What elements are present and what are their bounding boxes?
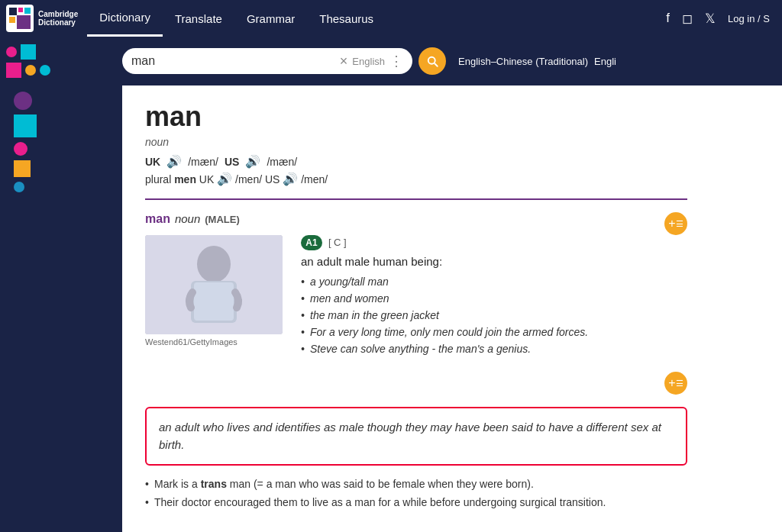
example-1: a young/tall man [301, 276, 687, 288]
search-input[interactable] [131, 54, 335, 68]
deco-sq-cyan [21, 44, 36, 60]
plural-us-label: US [265, 173, 280, 185]
nav-grammar[interactable]: Grammar [234, 0, 307, 37]
nav-links: Dictionary Translate Grammar Thesaurus [87, 0, 386, 37]
word-title: man [145, 101, 687, 133]
image-box [145, 235, 283, 334]
logo-line2: Dictionary [38, 18, 78, 27]
uk-pron: /mæn/ [188, 156, 218, 168]
sense1-word: man [145, 212, 170, 226]
us-speaker-icon[interactable]: 🔊 [245, 154, 260, 169]
more-options-icon[interactable]: ⋮ [389, 53, 403, 69]
deco-sq-pink [6, 63, 21, 78]
twitter-icon[interactable]: 𝕏 [705, 11, 716, 27]
main-nav: Cambridge Dictionary Dictionary Translat… [0, 0, 782, 37]
plural-uk-speaker-icon[interactable]: 🔊 [217, 172, 232, 185]
plural-us-speaker-icon[interactable]: 🔊 [283, 172, 298, 185]
extra-ex1-before: Mark is a [154, 478, 201, 490]
plural-line: plural men UK 🔊 /men/ US 🔊 /men/ [145, 172, 687, 186]
example-3: the man in the green jacket [301, 309, 687, 321]
uk-speaker-icon[interactable]: 🔊 [166, 154, 182, 169]
search-box: × English ⋮ [122, 48, 412, 74]
deco-purple-dot [14, 92, 32, 110]
sense1-pos: noun [175, 212, 200, 225]
us-label: US [225, 156, 239, 168]
word-pos: noun [145, 136, 687, 148]
deco-dot-pink [6, 47, 17, 57]
login-button[interactable]: Log in / S [728, 13, 770, 24]
logo-line1: Cambridge [38, 10, 78, 18]
definition-text: an adult male human being: [301, 255, 687, 268]
deco-dot-orange [25, 65, 36, 76]
svg-rect-4 [9, 17, 15, 23]
extra-ex1-after: man (= a man who was said to be female w… [227, 478, 534, 490]
section-divider [145, 198, 687, 200]
plural-us-pron: /men/ [301, 173, 328, 185]
plural-label: plural [145, 173, 171, 185]
deco-orange-sq [14, 160, 31, 177]
example-2: men and women [301, 292, 687, 305]
search-button[interactable] [418, 47, 446, 75]
definition-image: Westend61/GettyImages [145, 235, 283, 360]
pronunciation-uk: UK 🔊 /mæn/ US 🔊 /mæn/ [145, 154, 687, 169]
extra-examples-list: Mark is a trans man (= a man who was sai… [145, 478, 687, 508]
uk-label: UK [145, 156, 160, 168]
sense1-label: (MALE) [205, 214, 240, 225]
highlighted-definition: an adult who lives and identifies as mal… [145, 407, 687, 466]
deco-cyan-sq [14, 114, 37, 137]
left-sidebar [0, 85, 8, 532]
main-content: man noun UK 🔊 /mæn/ US 🔊 /mæn/ plural me… [122, 85, 718, 532]
us-pron: /mæn/ [267, 156, 297, 168]
sense1-header: man noun (MALE) [145, 212, 240, 226]
lang-display: English [352, 56, 385, 67]
nav-translate[interactable]: Translate [163, 0, 234, 37]
svg-point-7 [197, 246, 231, 282]
plural-word: men [174, 173, 196, 185]
svg-rect-5 [17, 15, 31, 29]
examples-list: a young/tall man men and women the man i… [301, 276, 687, 355]
nav-thesaurus[interactable]: Thesaurus [307, 0, 386, 37]
add-to-list-button-1[interactable]: + ☰ [664, 212, 687, 235]
facebook-icon[interactable]: f [666, 11, 670, 26]
instagram-icon[interactable]: ◻ [682, 11, 693, 27]
left-deco-area [8, 85, 122, 532]
definition-section-1: Westend61/GettyImages A1 [ C ] an adult … [145, 235, 687, 360]
svg-rect-2 [18, 8, 23, 12]
svg-rect-9 [194, 282, 234, 321]
svg-rect-3 [24, 8, 31, 14]
social-icons: f ◻ 𝕏 Log in / S [666, 11, 782, 27]
add-to-list-button-2[interactable]: + ☰ [664, 372, 687, 395]
plural-uk-label: UK [199, 173, 214, 185]
page-body: man noun UK 🔊 /mæn/ US 🔊 /mæn/ plural me… [0, 85, 782, 532]
image-caption: Westend61/GettyImages [145, 337, 283, 347]
extra-ex2-text: Their doctor encouraged them to live as … [154, 496, 606, 508]
clear-icon[interactable]: × [340, 53, 348, 69]
extra-ex1-bold: trans [201, 478, 227, 490]
plural-uk-pron: /men/ [235, 173, 262, 185]
deco-pink-dot [14, 142, 27, 156]
extra-example-1: Mark is a trans man (= a man who was sai… [145, 478, 687, 490]
deco-blue-dot [14, 182, 24, 192]
svg-rect-1 [9, 8, 17, 15]
level-badge: A1 [301, 235, 322, 250]
deco-dot-cyan2 [40, 65, 50, 76]
nav-dictionary[interactable]: Dictionary [87, 0, 163, 37]
extra-example-2: Their doctor encouraged them to live as … [145, 496, 687, 508]
logo[interactable]: Cambridge Dictionary [6, 5, 78, 32]
logo-box [6, 5, 34, 32]
dict-selector[interactable]: English–Chinese (Traditional) [458, 56, 588, 67]
dict-selector2[interactable]: Engli [594, 56, 616, 67]
example-4: For a very long time, only men could joi… [301, 326, 687, 338]
definition-content: A1 [ C ] an adult male human being: a yo… [301, 235, 687, 360]
grammar-label: [ C ] [328, 237, 347, 248]
example-5: Steve can solve anything - the man's a g… [301, 343, 687, 355]
